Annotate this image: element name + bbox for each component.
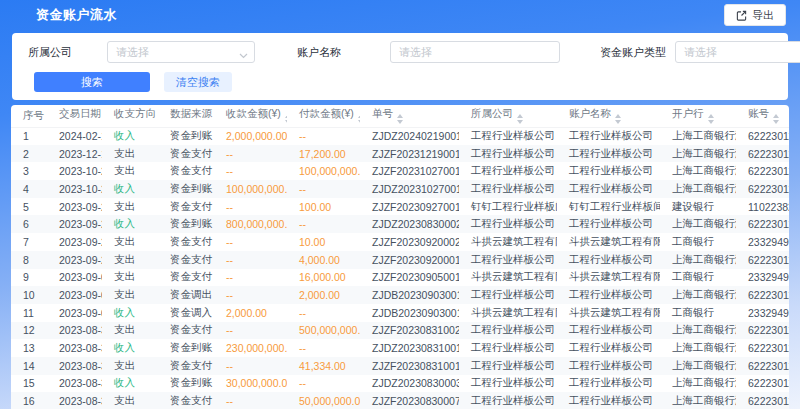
cell-source: 资金支付 — [158, 269, 214, 287]
sort-icon[interactable] — [397, 114, 403, 124]
cell-company: 工程行业样板公司 — [459, 215, 557, 233]
cell-bank: 上海工商银行漕河泾支行 — [660, 286, 736, 304]
cell-account_no: 622230111 — [736, 127, 789, 145]
cell-company: 工程行业样板公司 — [459, 392, 557, 409]
cell-receive: -- — [214, 322, 287, 340]
cell-order_no: ZJDZ20231027001 — [360, 180, 459, 198]
cell-account_name: 工程行业样板公司 — [557, 145, 660, 163]
cell-date: 2023-08-31 — [47, 357, 102, 375]
cell-bank: 上海工商银行漕河泾支行 — [660, 127, 736, 145]
search-button[interactable]: 搜索 — [34, 72, 150, 92]
table-header-row: 序号交易日期收支方向数据来源收款金额(¥)付款金额(¥)单号所属公司账户名称开户… — [11, 105, 789, 127]
export-button[interactable]: 导出 — [724, 4, 786, 26]
column-header-pay: 付款金额(¥) — [287, 105, 360, 127]
cell-receive: 100,000,000.00 — [214, 180, 287, 198]
cell-date: 2023-09-05 — [47, 269, 102, 287]
column-label: 付款金额(¥) — [299, 107, 354, 119]
sort-icon[interactable] — [773, 114, 779, 124]
cell-direction: 支出 — [102, 198, 158, 216]
cell-company: 工程行业样板公司 — [459, 145, 557, 163]
cell-date: 2023-08-31 — [47, 339, 102, 357]
column-header-account_no: 账号 — [736, 105, 789, 127]
cell-direction: 收入 — [102, 215, 158, 233]
column-label: 账号 — [748, 107, 769, 119]
sort-icon[interactable] — [517, 114, 523, 124]
cell-bank: 上海工商银行漕河泾支行 — [660, 145, 736, 163]
cell-direction: 支出 — [102, 286, 158, 304]
cell-direction: 支出 — [102, 269, 158, 287]
table-row: 122023-08-31支出资金支付--500,000,000.00ZJZF20… — [11, 322, 789, 340]
cell-account_name: 工程行业样板公司 — [557, 339, 660, 357]
cell-account_no: 622230111 — [736, 215, 789, 233]
cell-pay: 100.00 — [287, 198, 360, 216]
cell-index: 2 — [11, 145, 47, 163]
cell-source: 资金支付 — [158, 233, 214, 251]
cell-receive: 800,000,000.00 — [214, 215, 287, 233]
cell-receive: -- — [214, 269, 287, 287]
cell-pay: -- — [287, 339, 360, 357]
cell-company: 工程行业样板公司 — [459, 162, 557, 180]
cell-account_name: 钉钉工程行业样板间 — [557, 198, 660, 216]
cell-source: 资金支付 — [158, 162, 214, 180]
cell-bank: 工商银行 — [660, 304, 736, 322]
cell-pay: 100,000,000.00 — [287, 162, 360, 180]
cell-bank: 上海工商银行漕河泾支行 — [660, 180, 736, 198]
table-row: 132023-08-31收入资金到账230,000,000.00--ZJDZ20… — [11, 339, 789, 357]
cell-index: 1 — [11, 127, 47, 145]
page-title: 资金账户流水 — [36, 6, 117, 24]
cell-account_no: 622230111 — [736, 162, 789, 180]
filter-company: 所属公司 请选择 — [28, 41, 255, 63]
cell-source: 资金到账 — [158, 215, 214, 233]
cell-account_no: 622230111 — [736, 375, 789, 393]
column-label: 收支方向 — [114, 107, 156, 119]
cell-source: 资金调出 — [158, 286, 214, 304]
table-row: 142023-08-31支出资金支付--41,334.00ZJZF2023083… — [11, 357, 789, 375]
sort-icon[interactable] — [285, 114, 287, 124]
cell-date: 2023-09-27 — [47, 198, 102, 216]
cell-bank: 上海工商银行漕河泾支行 — [660, 392, 736, 409]
cell-source: 资金支付 — [158, 251, 214, 269]
sort-icon[interactable] — [708, 114, 714, 124]
filter-panel: 所属公司 请选择 账户名称 请选择 资金账户类型 请选择 — [12, 33, 788, 100]
cell-bank: 建设银行 — [660, 198, 736, 216]
cell-date: 2023-09-03 — [47, 286, 102, 304]
column-label: 交易日期 — [59, 107, 101, 119]
cell-index: 7 — [11, 233, 47, 251]
column-label: 账户名称 — [569, 107, 611, 119]
cell-index: 14 — [11, 357, 47, 375]
cell-order_no: ZJZF20230920002 — [360, 233, 459, 251]
cell-index: 3 — [11, 162, 47, 180]
cell-source: 资金到账 — [158, 375, 214, 393]
table-row: 12024-02-19收入资金到账2,000,000.00--ZJDZ20240… — [11, 127, 789, 145]
cell-account_no: 110223825 — [736, 198, 789, 216]
cell-order_no: ZJZF20231219001 — [360, 145, 459, 163]
cell-source: 资金到账 — [158, 339, 214, 357]
cell-receive: -- — [214, 162, 287, 180]
cell-pay: 41,334.00 — [287, 357, 360, 375]
cell-index: 12 — [11, 322, 47, 340]
sort-icon[interactable] — [358, 114, 360, 124]
cell-account_name: 斗拱云建筑工程有限公司 — [557, 233, 660, 251]
company-select[interactable]: 请选择 — [107, 41, 255, 63]
cell-account_no: 622230111 — [736, 392, 789, 409]
column-header-order_no: 单号 — [360, 105, 459, 127]
column-label: 序号 — [23, 109, 44, 121]
cell-date: 2023-08-30 — [47, 392, 102, 409]
cell-index: 13 — [11, 339, 47, 357]
clear-search-button[interactable]: 清空搜索 — [164, 72, 232, 92]
sort-icon[interactable] — [615, 114, 621, 124]
cell-pay: 10.00 — [287, 233, 360, 251]
cell-source: 资金到账 — [158, 180, 214, 198]
cell-index: 9 — [11, 269, 47, 287]
cell-pay: -- — [287, 304, 360, 322]
cell-bank: 上海工商银行漕河泾支行 — [660, 339, 736, 357]
cell-pay: 500,000,000.00 — [287, 322, 360, 340]
filter-account-type: 资金账户类型 请选择 — [600, 41, 800, 63]
column-header-direction: 收支方向 — [102, 105, 158, 127]
cell-bank: 上海工商银行漕河泾支行 — [660, 162, 736, 180]
cell-company: 工程行业样板公司 — [459, 375, 557, 393]
cell-receive: 30,000,000.00 — [214, 375, 287, 393]
column-header-company: 所属公司 — [459, 105, 557, 127]
account-name-input[interactable]: 请选择 — [390, 41, 560, 63]
account-type-select[interactable]: 请选择 — [675, 41, 800, 63]
